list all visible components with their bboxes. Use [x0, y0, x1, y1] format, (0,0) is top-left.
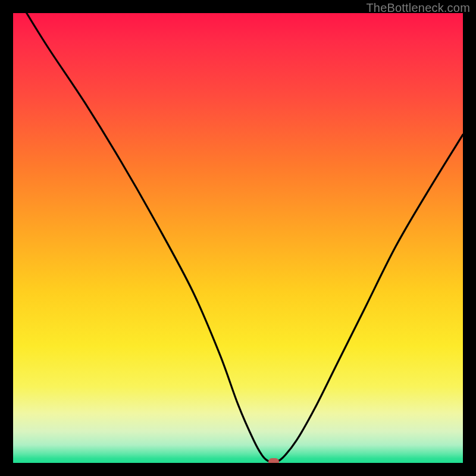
plot-area — [13, 13, 463, 463]
minimum-marker — [268, 458, 279, 463]
chart-frame: TheBottleneck.com — [0, 0, 476, 476]
bottleneck-curve — [13, 13, 463, 463]
watermark-text: TheBottleneck.com — [366, 1, 470, 15]
